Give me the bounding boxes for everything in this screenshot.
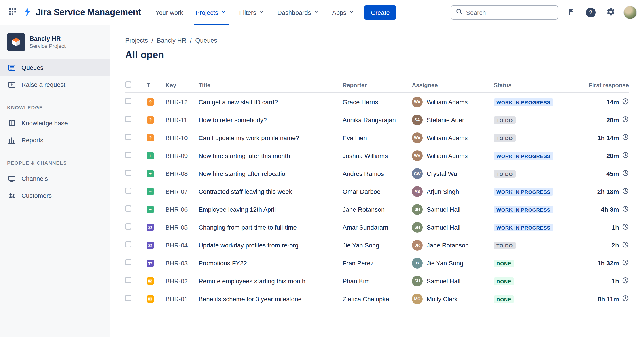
issue-title-link[interactable]: Can I update my work profile name?	[198, 134, 299, 141]
issue-key[interactable]: BHR-11	[166, 116, 198, 124]
nav-filters[interactable]: Filters	[233, 0, 271, 25]
issue-title-link[interactable]: Can get a new staff ID card?	[198, 99, 278, 106]
status-badge[interactable]: TO DO	[494, 242, 516, 249]
issue-key[interactable]: BHR-05	[166, 224, 198, 231]
announcements-button[interactable]	[564, 6, 578, 19]
issue-title-link[interactable]: Remote employees starting this month	[198, 277, 306, 285]
status-badge[interactable]: WORK IN PROGRESS	[494, 206, 553, 213]
sidebar-item-customers[interactable]: Customers	[0, 187, 110, 204]
app-switcher-button[interactable]	[5, 5, 20, 20]
project-name: Bancly HR	[30, 35, 66, 42]
assignee-avatar: SH	[412, 276, 422, 286]
breadcrumb-queues[interactable]: Queues	[195, 37, 217, 44]
status-badge[interactable]: WORK IN PROGRESS	[494, 152, 553, 160]
sidebar-item-label: Customers	[22, 192, 52, 199]
clock-icon	[622, 241, 629, 249]
search-icon	[456, 8, 463, 17]
status-badge[interactable]: WORK IN PROGRESS	[494, 224, 553, 231]
status-badge[interactable]: DONE	[494, 260, 514, 267]
reporter-name: Omar Darboe	[342, 188, 412, 195]
issue-title-link[interactable]: Contracted staff leaving this week	[198, 188, 292, 195]
first-response-time: 4h 3m	[601, 206, 619, 213]
nav-projects[interactable]: Projects	[190, 0, 233, 25]
table-row: ⇄ BHR-04 Update workday profiles from re…	[125, 236, 629, 254]
sidebar-item-reports[interactable]: Reports	[0, 132, 110, 149]
row-checkbox[interactable]	[125, 170, 132, 176]
status-badge[interactable]: TO DO	[494, 116, 516, 124]
reporter-name: Fran Perez	[342, 260, 412, 267]
clock-icon	[622, 205, 629, 214]
row-checkbox[interactable]	[125, 98, 132, 104]
issue-title-link[interactable]: New hire starting after relocation	[198, 170, 289, 177]
issue-title-link[interactable]: Changing from part-time to full-time	[198, 224, 297, 231]
issue-key[interactable]: BHR-04	[166, 242, 198, 249]
issue-title-link[interactable]: Promotions FY22	[198, 260, 247, 267]
search-box[interactable]	[451, 5, 558, 20]
issue-key[interactable]: BHR-07	[166, 188, 198, 195]
status-badge[interactable]: TO DO	[494, 170, 516, 178]
issue-key[interactable]: BHR-06	[166, 206, 198, 213]
row-checkbox[interactable]	[125, 188, 132, 194]
issue-key[interactable]: BHR-10	[166, 134, 198, 141]
row-checkbox[interactable]	[125, 241, 132, 247]
sidebar-item-channels[interactable]: Channels	[0, 170, 110, 187]
first-response-time: 1h	[612, 224, 619, 231]
sidebar-item-raise-a-request[interactable]: Raise a request	[0, 76, 110, 93]
issue-key[interactable]: BHR-01	[166, 295, 198, 302]
row-checkbox[interactable]	[125, 277, 132, 283]
issue-key[interactable]: BHR-02	[166, 277, 198, 285]
status-badge[interactable]: DONE	[494, 277, 514, 285]
issue-title-link[interactable]: Update workday profiles from re-org	[198, 242, 298, 249]
first-response-time: 20m	[606, 152, 619, 159]
row-checkbox[interactable]	[125, 134, 132, 140]
assignee-avatar: JR	[412, 240, 422, 251]
status-badge[interactable]: TO DO	[494, 134, 516, 142]
sidebar-item-knowledge-base[interactable]: Knowledge base	[0, 115, 110, 132]
select-all-checkbox[interactable]	[125, 81, 132, 88]
grid-icon	[8, 7, 17, 18]
issue-title-link[interactable]: How to refer somebody?	[198, 116, 267, 124]
help-button[interactable]: ?	[584, 6, 598, 19]
change-type-icon: ⇄	[147, 242, 154, 249]
column-header-first-response: First response	[577, 82, 629, 88]
breadcrumb-bancly-hr[interactable]: Bancly HR	[157, 37, 186, 44]
app: Jira Service Management Your work Projec…	[0, 0, 644, 337]
assignee-name: William Adams	[427, 134, 468, 141]
table-row: ⇄ BHR-03 Promotions FY22 Fran Perez JY J…	[125, 254, 629, 272]
column-header-title: Title	[198, 82, 342, 88]
nav-dashboards[interactable]: Dashboards	[271, 0, 326, 25]
issue-key[interactable]: BHR-12	[166, 99, 198, 106]
nav-apps[interactable]: Apps	[326, 0, 361, 25]
user-avatar[interactable]	[624, 6, 637, 19]
issue-key[interactable]: BHR-03	[166, 260, 198, 267]
app-logo[interactable]: Jira Service Management	[22, 6, 141, 19]
create-button[interactable]: Create	[365, 5, 396, 20]
clock-icon	[622, 295, 629, 303]
issue-title-link[interactable]: Employee leaving 12th April	[198, 206, 276, 213]
first-response-time: 1h 32m	[598, 260, 619, 267]
row-checkbox[interactable]	[125, 205, 132, 212]
search-input[interactable]	[466, 9, 553, 16]
row-checkbox[interactable]	[125, 259, 132, 265]
issue-title-link[interactable]: Benefits scheme for 3 year milestone	[198, 295, 302, 302]
status-badge[interactable]: WORK IN PROGRESS	[494, 99, 553, 106]
issue-title-link[interactable]: New hire starting later this month	[198, 152, 290, 159]
row-checkbox[interactable]	[125, 295, 132, 301]
row-checkbox[interactable]	[125, 152, 132, 158]
status-badge[interactable]: WORK IN PROGRESS	[494, 188, 553, 196]
issue-key[interactable]: BHR-08	[166, 170, 198, 177]
issue-key[interactable]: BHR-09	[166, 152, 198, 159]
column-header-status: Status	[494, 82, 577, 88]
row-checkbox[interactable]	[125, 223, 132, 230]
bar-chart-icon	[7, 136, 16, 145]
settings-button[interactable]	[604, 6, 617, 19]
question-type-icon: ?	[147, 134, 154, 141]
breadcrumb-projects[interactable]: Projects	[125, 37, 148, 44]
row-checkbox[interactable]	[125, 116, 132, 122]
reporter-name: Andres Ramos	[342, 170, 412, 177]
sidebar-item-queues[interactable]: Queues	[0, 59, 110, 76]
reporter-name: Jane Rotanson	[342, 206, 412, 213]
first-response-time: 8h 11m	[598, 295, 619, 302]
status-badge[interactable]: DONE	[494, 295, 514, 303]
nav-your-work[interactable]: Your work	[149, 0, 190, 25]
